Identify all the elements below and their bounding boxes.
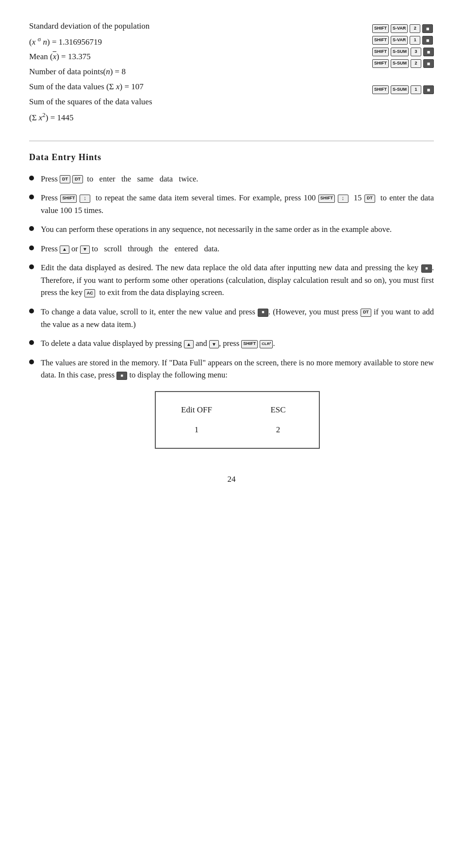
menu-esc-label: ESC bbox=[237, 400, 319, 420]
hints-section: Data Entry Hints Press DT DT to enter th… bbox=[29, 151, 434, 459]
num-key-3-3: 3 bbox=[411, 48, 421, 56]
section-divider bbox=[29, 141, 434, 141]
stat-line1: Standard deviation of the population bbox=[29, 19, 363, 33]
eq-key-4: ■ bbox=[423, 59, 434, 68]
key-row-5: SHIFT S-SUM 1 ■ bbox=[372, 85, 434, 94]
up-arrow-key-7: ▲ bbox=[184, 340, 194, 348]
dt-key-b6: DT bbox=[361, 309, 371, 317]
dt-key-1a: DT bbox=[60, 175, 70, 183]
stat-line3: Mean (x) = 13.375 bbox=[29, 50, 363, 64]
num-key-1-5: 1 bbox=[411, 85, 421, 94]
eq-key-2: ■ bbox=[422, 36, 433, 45]
stat-line4: Number of data points(n) = 8 bbox=[29, 65, 363, 79]
bullet-dot-8 bbox=[29, 360, 34, 364]
top-section: Standard deviation of the population (x … bbox=[29, 19, 434, 126]
bullet-dot-6 bbox=[29, 309, 34, 313]
eq-key-5: ■ bbox=[423, 85, 434, 94]
shift-key-4: SHIFT bbox=[372, 59, 389, 68]
page-number: 24 bbox=[29, 473, 434, 486]
dt-key-1b: DT bbox=[72, 175, 83, 183]
ssum-key-3: S-SUM bbox=[391, 48, 409, 56]
ac-key-b5: AC bbox=[84, 289, 95, 297]
list-item: Press SHIFT ; to repeat the same data it… bbox=[29, 192, 434, 216]
eq-key-3: ■ bbox=[423, 48, 434, 56]
num-key-1-2: 1 bbox=[410, 36, 420, 45]
list-item: Press ▲ or ▼ to scroll through the enter… bbox=[29, 243, 434, 255]
semicolon-key-b2: ; bbox=[80, 195, 90, 203]
shift-key-3: SHIFT bbox=[372, 48, 389, 56]
semicolon-key-b2b: ; bbox=[338, 195, 348, 203]
bullet-list: Press DT DT to enter the same data twice… bbox=[29, 173, 434, 459]
shift-key-b7: SHIFT bbox=[241, 340, 258, 348]
dt-key-b2: DT bbox=[364, 195, 375, 203]
bullet-dot-4 bbox=[29, 246, 34, 250]
key-buttons-panel: SHIFT S-VAR 2 ■ SHIFT S-VAR 1 ■ SHIFT S-… bbox=[372, 24, 434, 94]
list-item: To change a data value, scroll to it, en… bbox=[29, 306, 434, 330]
eq-key-1: ■ bbox=[422, 24, 433, 33]
ssum-key-5: S-SUM bbox=[391, 85, 409, 94]
list-item: Press DT DT to enter the same data twice… bbox=[29, 173, 434, 185]
bullet-content-8: The values are stored in the memory. If … bbox=[41, 357, 434, 459]
clr-key-b7: CLR² bbox=[260, 340, 273, 348]
key-row-3: SHIFT S-SUM 3 ■ bbox=[372, 48, 434, 56]
eq-key-b5: ■ bbox=[421, 264, 432, 273]
list-item: The values are stored in the memory. If … bbox=[29, 357, 434, 459]
menu-box: Edit OFF ESC 1 2 bbox=[155, 391, 320, 449]
bullet-content-7: To delete a data value displayed by pres… bbox=[41, 337, 434, 350]
shift-key-b2: SHIFT bbox=[60, 195, 77, 203]
shift-key-2: SHIFT bbox=[372, 36, 389, 45]
section-title: Data Entry Hints bbox=[29, 151, 434, 164]
bullet-content-6: To change a data value, scroll to it, en… bbox=[41, 306, 434, 330]
key-row-2: SHIFT S-VAR 1 ■ bbox=[372, 36, 434, 45]
key-row-1: SHIFT S-VAR 2 ■ bbox=[372, 24, 434, 33]
bullet-content-3: You can perform these operations in any … bbox=[41, 223, 434, 236]
bullet-content-4: Press ▲ or ▼ to scroll through the enter… bbox=[41, 243, 434, 255]
svar-key-2: S-VAR bbox=[391, 36, 408, 45]
bullet-content-1: Press DT DT to enter the same data twice… bbox=[41, 173, 434, 185]
menu-edit-off-label: Edit OFF bbox=[156, 400, 237, 420]
ssum-key-4: S-SUM bbox=[391, 59, 409, 68]
num-key-2-4: 2 bbox=[411, 59, 421, 68]
stats-text: Standard deviation of the population (x … bbox=[29, 19, 363, 126]
bullet-dot-1 bbox=[29, 176, 34, 180]
menu-esc-num: 2 bbox=[237, 420, 319, 440]
svar-key-1: S-VAR bbox=[391, 24, 408, 33]
shift-key-1: SHIFT bbox=[372, 24, 389, 33]
down-arrow-key-7: ▼ bbox=[209, 340, 219, 348]
eq-key-b6: ■ bbox=[258, 309, 268, 317]
shift-key-b2b: SHIFT bbox=[318, 195, 335, 203]
up-arrow-key-4: ▲ bbox=[60, 246, 69, 254]
stat-line5: Sum of the data values (Σ x) = 107 bbox=[29, 80, 363, 94]
num-key-2-1: 2 bbox=[410, 24, 420, 33]
bullet-dot-5 bbox=[29, 264, 34, 269]
stat-line7: (Σ x2) = 1445 bbox=[29, 110, 363, 125]
list-item: Edit the data displayed as desired. The … bbox=[29, 262, 434, 299]
list-item: To delete a data value displayed by pres… bbox=[29, 337, 434, 350]
down-arrow-key-4: ▼ bbox=[80, 246, 90, 254]
key-row-4: SHIFT S-SUM 2 ■ bbox=[372, 59, 434, 68]
bullet-dot-2 bbox=[29, 195, 34, 199]
stat-line2: (x σ n) = 1.316956719 bbox=[29, 34, 363, 49]
eq-key-b8: ■ bbox=[116, 372, 127, 380]
bullet-content-5: Edit the data displayed as desired. The … bbox=[41, 262, 434, 299]
bullet-dot-3 bbox=[29, 226, 34, 231]
shift-key-5: SHIFT bbox=[372, 85, 389, 94]
list-item: You can perform these operations in any … bbox=[29, 223, 434, 236]
stat-line6: Sum of the squares of the data values bbox=[29, 95, 363, 109]
bullet-dot-7 bbox=[29, 340, 34, 345]
menu-edit-off-num: 1 bbox=[156, 420, 237, 440]
bullet-content-2: Press SHIFT ; to repeat the same data it… bbox=[41, 192, 434, 216]
